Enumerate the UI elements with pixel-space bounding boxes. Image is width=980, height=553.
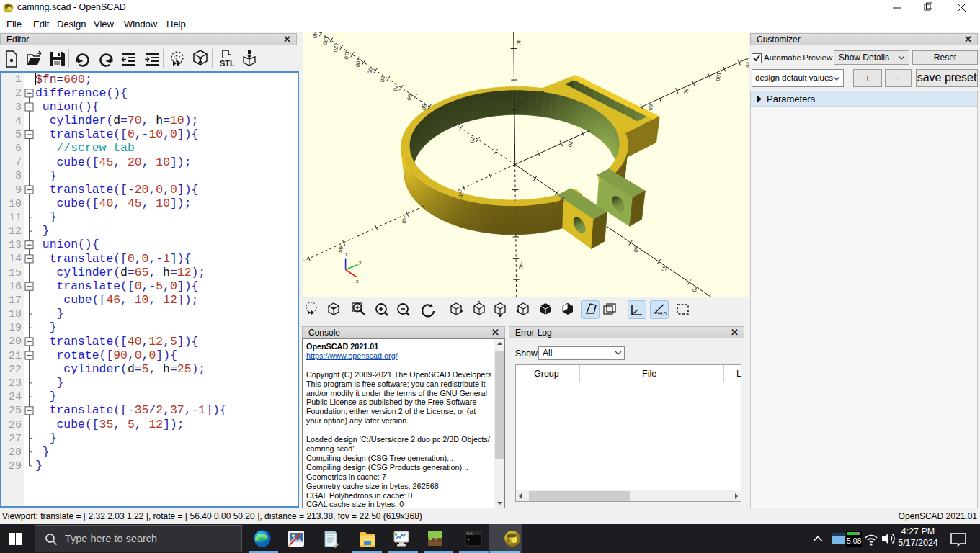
svg-text:STL: STL bbox=[220, 59, 235, 68]
svg-text:y: y bbox=[359, 259, 362, 265]
svg-text:20: 20 bbox=[516, 100, 523, 107]
svg-text:z: z bbox=[345, 252, 348, 257]
svg-text:60: 60 bbox=[661, 265, 668, 272]
svg-text:20: 20 bbox=[558, 196, 566, 203]
svg-text:x: x bbox=[356, 279, 359, 284]
svg-text:-60: -60 bbox=[337, 244, 345, 253]
svg-text:-60: -60 bbox=[406, 92, 414, 101]
svg-text:20: 20 bbox=[566, 140, 574, 148]
svg-text:-20: -20 bbox=[458, 189, 466, 198]
svg-text:-20: -20 bbox=[468, 135, 476, 143]
svg-text:-70: -70 bbox=[392, 83, 400, 91]
svg-text:80: 80 bbox=[682, 88, 690, 95]
svg-text:-40: -40 bbox=[401, 215, 409, 224]
svg-text:-50: -50 bbox=[420, 102, 428, 110]
svg-text:60: 60 bbox=[647, 104, 654, 111]
svg-text:>_: >_ bbox=[467, 537, 473, 542]
svg-text:70: 70 bbox=[691, 285, 698, 292]
svg-text:10: 10 bbox=[660, 310, 667, 317]
svg-text:-140: -140 bbox=[311, 32, 320, 39]
svg-text:50: 50 bbox=[632, 246, 639, 253]
svg-text:5.08: 5.08 bbox=[847, 536, 862, 545]
svg-text:-80: -80 bbox=[379, 73, 387, 82]
svg-text:C:\: C:\ bbox=[467, 532, 473, 536]
svg-text:-90: -90 bbox=[366, 66, 374, 74]
svg-text:40: 40 bbox=[515, 39, 522, 46]
svg-text:-40: -40 bbox=[517, 261, 525, 270]
